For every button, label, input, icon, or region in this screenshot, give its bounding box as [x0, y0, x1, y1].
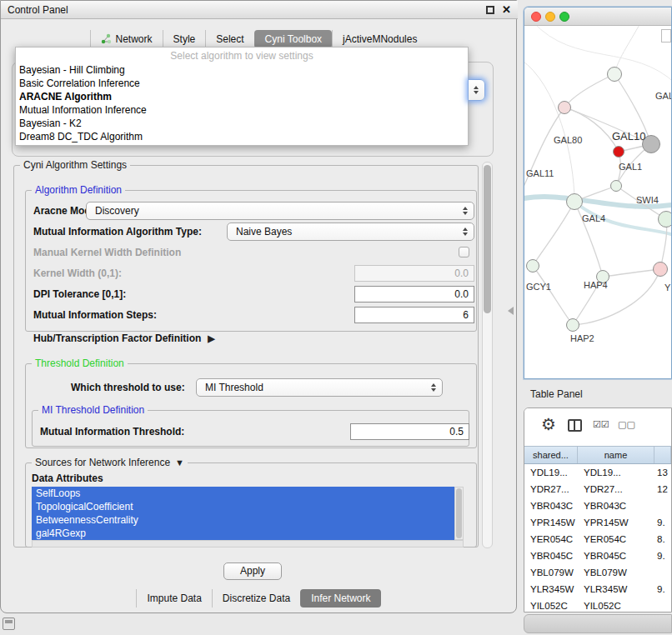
- algorithm-option[interactable]: Mutual Information Inference: [16, 103, 468, 117]
- network-canvas[interactable]: GALGAL80GAL10GAL11GAL1SWI4GAL4GCY1HAP4HA…: [524, 26, 671, 379]
- tab[interactable]: Network: [90, 30, 163, 48]
- attribute-item-selected[interactable]: SelfLoops: [32, 487, 454, 500]
- tab[interactable]: Impute Data: [136, 589, 211, 608]
- restore-panel-icon[interactable]: [3, 618, 15, 630]
- settings-scrollbar[interactable]: [482, 162, 493, 548]
- cell-shared-name: YIL052C: [524, 598, 578, 612]
- attributes-hscrollbar[interactable]: [32, 540, 464, 548]
- zoom-button[interactable]: [559, 12, 569, 22]
- network-node[interactable]: [566, 318, 579, 332]
- network-node-label: GAL: [655, 91, 671, 101]
- attributes-scrollbar-thumb[interactable]: [456, 488, 462, 538]
- tab[interactable]: Cyni Toolbox: [254, 30, 332, 48]
- control-panel-tabbar: Network Style: [0, 29, 517, 48]
- mi-steps-label: Mutual Information Steps:: [33, 309, 157, 321]
- tab[interactable]: Discretize Data: [212, 589, 300, 608]
- cyni-bottom-tabbar: Impute Data Discretize Data Infer Networ…: [0, 589, 517, 608]
- algorithm-option[interactable]: Basic Correlation Inference: [16, 77, 468, 90]
- column-browser-icon[interactable]: [568, 419, 582, 432]
- algorithm-option[interactable]: Bayesian - Hill Climbing: [16, 63, 468, 77]
- settings-scrollbar-thumb[interactable]: [484, 165, 491, 313]
- tab[interactable]: Select: [205, 30, 253, 48]
- network-node-label: GAL1: [619, 162, 642, 172]
- close-button[interactable]: [531, 12, 541, 22]
- network-node-label: GAL80: [554, 135, 582, 145]
- network-node[interactable]: [607, 67, 622, 82]
- cell-value: 8.: [654, 531, 671, 548]
- attribute-item-selected[interactable]: gal4RGexp: [32, 527, 454, 540]
- apply-button[interactable]: Apply: [223, 562, 282, 580]
- deselect-all-columns-icon[interactable]: ▢▢: [618, 419, 635, 430]
- network-node[interactable]: [658, 211, 671, 228]
- algorithm-combo-arrows[interactable]: [468, 79, 485, 101]
- mi-steps-field[interactable]: [354, 307, 474, 323]
- network-node-label: HAP2: [570, 333, 594, 343]
- control-panel-titlebar[interactable]: Control Panel ✕: [1, 1, 518, 19]
- network-node[interactable]: [610, 180, 622, 192]
- tab[interactable]: jActiveMNodules: [332, 30, 427, 48]
- mi-type-select[interactable]: Naive Bayes: [227, 222, 474, 241]
- cell-name: YBL079W: [578, 564, 654, 581]
- algorithm-option[interactable]: Bayesian - K2: [16, 117, 468, 130]
- restore-panel-icon-detail: [5, 620, 13, 623]
- network-node[interactable]: [558, 101, 571, 114]
- algorithm-dropdown-popup: Select algorithm to view settings Bayesi…: [15, 47, 469, 146]
- tab[interactable]: Infer Network: [300, 589, 380, 608]
- network-node-label: GCY1: [526, 282, 551, 292]
- network-node-label: GAL10: [612, 130, 645, 142]
- expand-right-icon: ▶: [208, 333, 214, 344]
- manual-kernel-checkbox[interactable]: [459, 247, 469, 258]
- table-row[interactable]: YDL19... YDL19... 13: [524, 464, 671, 481]
- algorithm-option[interactable]: ARACNE Algorithm: [16, 90, 468, 103]
- cell-name: YIL052C: [578, 598, 654, 612]
- table-header-row: shared...name: [524, 446, 671, 464]
- column-header[interactable]: shared...: [524, 447, 578, 463]
- float-window-icon[interactable]: [486, 6, 494, 14]
- which-threshold-select[interactable]: MI Threshold: [196, 378, 443, 397]
- group-title: Threshold Definition: [32, 358, 128, 369]
- column-header[interactable]: [654, 447, 671, 463]
- column-header[interactable]: name: [578, 447, 654, 463]
- attribute-item-selected[interactable]: TopologicalCoefficient: [32, 500, 454, 513]
- aracne-mode-value: Discovery: [95, 205, 139, 217]
- mi-threshold-field[interactable]: [350, 423, 469, 440]
- table-row[interactable]: YBR043C YBR043C: [524, 498, 671, 514]
- kernel-width-field[interactable]: [354, 265, 474, 282]
- table-row[interactable]: YER054C YER054C 8.: [524, 531, 671, 548]
- network-node[interactable]: [566, 193, 583, 210]
- group-title: Algorithm Definition: [32, 184, 125, 196]
- splitter-collapse-arrow[interactable]: [508, 307, 514, 315]
- window-title: Control Panel: [8, 1, 68, 19]
- aracne-mode-select[interactable]: Discovery: [86, 202, 474, 220]
- network-node-label: Y: [664, 282, 670, 292]
- attributes-scrollbar[interactable]: [454, 487, 464, 540]
- network-node[interactable]: [653, 262, 668, 277]
- network-window-titlebar[interactable]: [524, 8, 671, 26]
- combo-arrows-icon: [463, 207, 468, 215]
- cell-name: YBR045C: [578, 548, 654, 564]
- cell-name: YPR145W: [578, 514, 654, 531]
- tab[interactable]: Style: [163, 30, 206, 48]
- table-row[interactable]: YLR345W YLR345W 9.: [524, 581, 671, 598]
- algorithm-option[interactable]: Dream8 DC_TDC Algorithm: [16, 130, 468, 143]
- close-icon[interactable]: ✕: [502, 2, 511, 18]
- hub-definition-expander[interactable]: Hub/Transcription Factor Definition ▶: [33, 332, 215, 344]
- table-row[interactable]: YBR045C YBR045C 9.: [524, 548, 671, 564]
- dpi-tolerance-field[interactable]: [354, 286, 474, 302]
- network-node[interactable]: [613, 146, 624, 158]
- gear-icon[interactable]: ⚙: [541, 414, 556, 434]
- cell-shared-name: YBR043C: [524, 498, 578, 514]
- sources-collapser[interactable]: Sources for Network Inference ▼: [32, 457, 188, 468]
- tab-label: Impute Data: [147, 592, 201, 604]
- dropdown-prompt: Select algorithm to view settings: [16, 49, 468, 63]
- table-row[interactable]: YDR27... YDR27... 12: [524, 481, 671, 498]
- cell-shared-name: YDL19...: [524, 464, 578, 481]
- table-row[interactable]: YBL079W YBL079W: [524, 564, 671, 581]
- attribute-item-selected[interactable]: BetweennessCentrality: [32, 513, 454, 527]
- select-all-columns-icon[interactable]: ☑☑: [593, 419, 609, 430]
- table-row[interactable]: YPR145W YPR145W 9.: [524, 514, 671, 531]
- table-row[interactable]: YIL052C YIL052C: [524, 598, 671, 612]
- minimize-button[interactable]: [545, 12, 555, 22]
- network-node[interactable]: [526, 259, 539, 272]
- network-scrollbar-stub[interactable]: [661, 29, 671, 42]
